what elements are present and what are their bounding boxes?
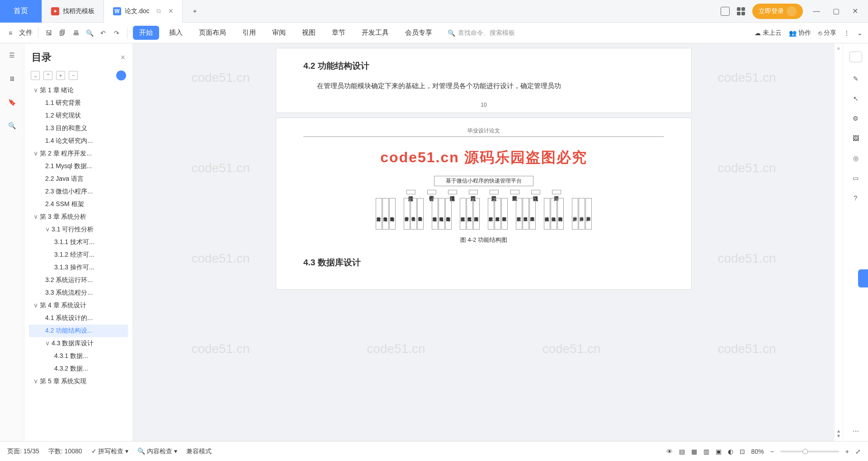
- read-icon[interactable]: ▭: [853, 174, 859, 182]
- apps-icon[interactable]: [737, 7, 745, 15]
- find-icon[interactable]: 🔍: [7, 120, 18, 131]
- toc-item[interactable]: 1.3 目的和意义: [29, 122, 128, 135]
- view-eye-icon[interactable]: 👁: [666, 448, 673, 455]
- next-page-icon[interactable]: ▼: [836, 433, 841, 438]
- bookmark-icon[interactable]: 🔖: [7, 97, 18, 108]
- compat-mode[interactable]: 兼容模式: [186, 447, 212, 456]
- view-page-icon[interactable]: ▤: [679, 448, 685, 455]
- toc-item[interactable]: 3.1.3 操作可...: [29, 261, 128, 274]
- cursor-icon[interactable]: ↖: [853, 95, 859, 102]
- toc-item[interactable]: 1.2 研究现状: [29, 109, 128, 122]
- command-search[interactable]: 🔍 查找命令、搜索模板: [442, 29, 520, 37]
- toc-item[interactable]: 2.3 微信小程序...: [29, 185, 128, 198]
- save-icon[interactable]: 🖫: [44, 28, 54, 38]
- menu-layout[interactable]: 页面布局: [193, 26, 232, 40]
- toc-item[interactable]: 4.2 功能结构设...: [29, 325, 128, 337]
- toc-item[interactable]: 4.3.1 数据...: [29, 350, 128, 362]
- toc-item[interactable]: 4.1 系统设计的...: [29, 312, 128, 325]
- toc-item[interactable]: ∨4.3 数据库设计: [29, 337, 128, 350]
- toc-item[interactable]: 2.4 SSM 框架: [29, 198, 128, 211]
- page-indicator[interactable]: 页面: 15/35: [7, 447, 39, 456]
- pencil-icon[interactable]: ✎: [853, 75, 859, 82]
- side-tab[interactable]: [858, 269, 868, 287]
- spellcheck-toggle[interactable]: ✓ 拼写检查 ▾: [91, 447, 129, 456]
- content-check[interactable]: 🔍 内容检查 ▾: [137, 447, 177, 456]
- settings-icon[interactable]: ⚙: [853, 115, 859, 122]
- save-as-icon[interactable]: 🗐: [57, 28, 67, 38]
- minimize-icon[interactable]: —: [810, 7, 823, 15]
- collapse-ribbon-icon[interactable]: ⌄: [857, 29, 863, 37]
- fullscreen-icon[interactable]: ⤢: [855, 448, 861, 455]
- share-button[interactable]: ⎋分享: [818, 29, 836, 37]
- view-outline-icon[interactable]: ▥: [703, 448, 709, 455]
- toc-item[interactable]: 1.4 论文研究内...: [29, 135, 128, 147]
- close-window-icon[interactable]: ✕: [849, 7, 861, 15]
- toc-item[interactable]: ∨3.1 可行性分析: [29, 223, 128, 236]
- menu-start[interactable]: 开始: [133, 26, 159, 40]
- scroll-top-icon[interactable]: ≡: [837, 46, 840, 51]
- more-tools-icon[interactable]: ⋯: [853, 428, 859, 435]
- expand-all-icon[interactable]: ⌄: [31, 71, 40, 80]
- menu-references[interactable]: 引用: [236, 26, 262, 40]
- toc-item[interactable]: 2.1 Mysql 数据...: [29, 160, 128, 173]
- view-read-icon[interactable]: ▣: [716, 448, 722, 455]
- dark-mode-icon[interactable]: ◐: [728, 448, 733, 455]
- add-level-icon[interactable]: +: [56, 71, 65, 80]
- compass-icon[interactable]: ◎: [853, 155, 859, 162]
- menu-review[interactable]: 审阅: [266, 26, 292, 40]
- preview-icon[interactable]: 🔍: [85, 28, 94, 38]
- toc-close-icon[interactable]: ×: [120, 53, 125, 62]
- view-web-icon[interactable]: ▦: [691, 448, 697, 455]
- maximize-icon[interactable]: ▢: [830, 7, 842, 15]
- toc-item[interactable]: 3.1.2 经济可...: [29, 249, 128, 261]
- toc-item[interactable]: 4.3.2 数据...: [29, 362, 128, 375]
- file-menu[interactable]: 文件: [19, 28, 33, 37]
- collapse-all-icon[interactable]: ⌃: [43, 71, 52, 80]
- tab-template[interactable]: ✦ 找稻壳模板: [42, 0, 104, 23]
- zoom-out-icon[interactable]: −: [770, 448, 774, 455]
- toc-item[interactable]: 3.2 系统运行环...: [29, 274, 128, 287]
- collab-button[interactable]: 👥协作: [789, 29, 811, 37]
- toc-item[interactable]: ∨第 1 章 绪论: [29, 84, 128, 97]
- reader-mode-icon[interactable]: [721, 7, 730, 16]
- pages-icon[interactable]: 🗎: [7, 73, 18, 84]
- print-icon[interactable]: 🖶: [71, 28, 81, 38]
- login-button[interactable]: 立即登录: [752, 4, 803, 19]
- remove-level-icon[interactable]: −: [69, 71, 78, 80]
- toc-item[interactable]: ∨第 4 章 系统设计: [29, 299, 128, 312]
- undo-icon[interactable]: ↶: [98, 28, 108, 38]
- word-count[interactable]: 字数: 10080: [48, 447, 82, 456]
- toc-item[interactable]: 3.1.1 技术可...: [29, 236, 128, 249]
- toc-item[interactable]: 1.1 研究背景: [29, 97, 128, 109]
- cloud-status[interactable]: ☁未上云: [755, 29, 782, 37]
- sync-badge-icon[interactable]: [116, 71, 126, 80]
- toc-item[interactable]: 2.2 Java 语言: [29, 173, 128, 185]
- toc-item[interactable]: 3.3 系统流程分...: [29, 287, 128, 299]
- zoom-slider[interactable]: [780, 451, 839, 452]
- zoom-value[interactable]: 80%: [751, 448, 764, 455]
- zoom-fit-icon[interactable]: ⊡: [740, 448, 745, 455]
- hamburger-icon[interactable]: ≡: [5, 28, 15, 38]
- toc-item[interactable]: ∨第 3 章 系统分析: [29, 211, 128, 223]
- outline-icon[interactable]: ☰: [7, 50, 18, 61]
- new-tab[interactable]: ＋: [183, 0, 207, 23]
- toolbox-icon[interactable]: [849, 52, 862, 62]
- zoom-in-icon[interactable]: +: [845, 448, 849, 455]
- menu-insert[interactable]: 插入: [163, 26, 189, 40]
- menu-devtools[interactable]: 开发工具: [355, 26, 395, 40]
- help-icon[interactable]: ?: [854, 194, 858, 202]
- redo-icon[interactable]: ↷: [112, 28, 122, 38]
- menu-section[interactable]: 章节: [326, 26, 352, 40]
- image-icon[interactable]: 🖼: [853, 135, 859, 142]
- toc-item[interactable]: ∨第 5 章 系统实现: [29, 375, 128, 388]
- tab-document[interactable]: W 论文.doc ⧉ ×: [104, 0, 183, 23]
- close-icon[interactable]: ×: [168, 6, 173, 16]
- tab-home[interactable]: 首页: [0, 0, 42, 23]
- document-canvas[interactable]: code51.cncode51.cncode51.cncode51.cn cod…: [133, 43, 835, 441]
- more-icon[interactable]: ⋮: [844, 29, 850, 37]
- prev-page-icon[interactable]: ▲: [836, 428, 841, 433]
- menu-member[interactable]: 会员专享: [399, 26, 439, 40]
- split-icon[interactable]: ⧉: [156, 7, 161, 15]
- toc-item[interactable]: ∨第 2 章 程序开发...: [29, 147, 128, 160]
- menu-view[interactable]: 视图: [296, 26, 322, 40]
